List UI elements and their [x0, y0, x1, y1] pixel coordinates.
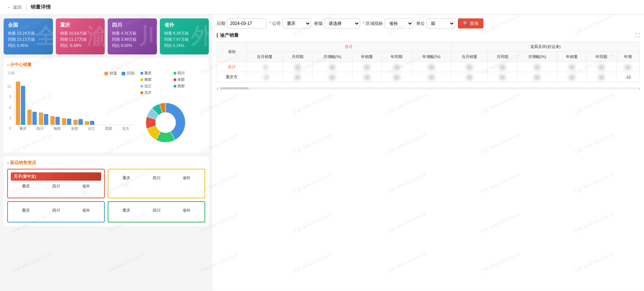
bar-group-南部: [39, 113, 48, 125]
th-lf-year-growth: 年增: [616, 52, 639, 62]
product-card-4: 重庆 ... 四川 ... 省外 ...: [108, 201, 205, 222]
unit-select[interactable]: 箱: [426, 18, 455, 28]
date-input[interactable]: [227, 18, 266, 28]
td-total-name: 合计: [217, 62, 247, 72]
cigarette-label: 卷烟: [314, 21, 323, 27]
card-shengwai: 省外 销量 8.39万箱 同期 7.97万箱 同比 5.24% 外: [160, 18, 209, 54]
bar-group-北方: [85, 121, 94, 125]
back-label: 返回: [13, 4, 22, 10]
filter-date: 日期: [217, 18, 266, 28]
card-chongqing-watermark: 渝: [87, 22, 105, 51]
chart-area: 万箱 销量 同期: [7, 71, 205, 149]
td-cq-yg: ██: [411, 72, 451, 82]
td-cq-lf-ys: ██: [557, 72, 586, 82]
bar-group-四川: [27, 110, 37, 125]
bar-tongqi-北方: [90, 121, 94, 125]
bars-wrapper: 重庆四川南部东部沿江西部北方: [14, 78, 135, 131]
td-total-lf-mp: ██: [487, 62, 517, 72]
bar-tongqi-重庆: [21, 86, 25, 125]
td-cq-mp: ██: [283, 72, 312, 82]
card-sichuan-watermark: 川: [139, 22, 157, 51]
company-select[interactable]: 重庆: [282, 18, 311, 28]
bar-tongqi-南部: [44, 114, 48, 125]
th-lf-month-growth: 月增幅(%): [517, 52, 557, 62]
product-col-shengwai: 省外 336...: [71, 184, 101, 195]
product-card4-col-chongqing: 重庆 ...: [111, 208, 141, 219]
cigarette-select[interactable]: 请选择: [324, 18, 360, 28]
table-scroll-container: 省份 合计 龙凤呈祥(好运来) 当月销量 月同期 月增幅(%) 年销量 年同期 …: [217, 41, 640, 82]
donut-legend-北方: 北方: [140, 90, 172, 95]
expand-icon[interactable]: ⛶: [635, 33, 640, 38]
bar-tongqi-西部: [78, 119, 83, 125]
back-button[interactable]: ← 返回: [6, 4, 22, 10]
legend-sales-label: 销量: [109, 71, 117, 76]
summary-cards: 全国 销量 23.24万箱 同期 23.13万箱 同比 0.45% 全 重庆 销…: [4, 18, 209, 54]
td-total-ys: ██: [352, 62, 382, 72]
product-card-2: 重庆 箱 四川 ... 省外 ...: [108, 169, 205, 198]
bar-group-东部: [50, 116, 60, 125]
bar-sales-南部: [39, 113, 43, 125]
bar-x-label-北方: 北方: [118, 126, 133, 131]
td-total-yg: ██: [411, 62, 451, 72]
bar-x-label-四川: 四川: [33, 126, 48, 131]
bar-group-重庆: [16, 81, 25, 125]
td-total-lf-yg: ██: [616, 62, 639, 72]
th-lf-year-period: 年同期: [587, 52, 616, 62]
bar-x-label-重庆: 重庆: [15, 126, 31, 131]
donut-legend-重庆: 重庆: [140, 71, 172, 76]
td-cq-lf-ms: ██: [451, 72, 488, 82]
new-products-grid: 天子(黄中支) 重庆 6... 四川 ... 省外 336...: [7, 169, 205, 222]
scroll-right-icon[interactable]: ›: [638, 85, 640, 92]
td-total-mg: ██: [312, 62, 352, 72]
table-header-bar: 渝产销量 ⛶: [217, 32, 640, 39]
data-table: 省份 合计 龙凤呈祥(好运来) 当月销量 月同期 月增幅(%) 年销量 年同期 …: [217, 41, 640, 82]
bar-sales-北方: [85, 121, 89, 125]
product-card3-col-sichuan: 四川 ...: [41, 208, 71, 219]
table-title: 渝产销量: [220, 32, 239, 39]
product-card-2-cols: 重庆 箱 四川 ... 省外 ...: [111, 175, 202, 188]
product-card3-col-shengwai: 省外 ...: [71, 208, 101, 219]
scroll-left-icon[interactable]: ‹: [217, 85, 219, 92]
product-card2-col-shengwai: 省外 ...: [171, 175, 202, 188]
bar-group-沿江: [62, 118, 71, 125]
td-total-lf-mg: ██: [517, 62, 557, 72]
donut-section: 重庆四川南部东部沿江西部北方: [140, 71, 205, 149]
table-header-row-2: 当月销量 月同期 月增幅(%) 年销量 年同期 年增幅(%) 当月销量 月同期 …: [217, 52, 640, 62]
table-row-chongqing: 重庆市 18█ ██ ██ ██ ██ ██ ██ ██ ██ ██ ██ -1…: [217, 72, 640, 82]
td-total-mp: ██: [283, 62, 312, 72]
new-products-title: ▪新品销售情况: [7, 160, 205, 166]
query-button[interactable]: 🔍 查询: [458, 18, 483, 28]
card-chongqing: 重庆 销量 10.54万箱 同期 11.17万箱 同比 -5.68% 渝: [56, 18, 105, 54]
region-select[interactable]: 省份: [384, 18, 413, 28]
product-card2-col-chongqing: 重庆 箱: [111, 175, 141, 188]
right-panel: 日期 * 公司 重庆 卷烟 请选择 * 区域指标 省份: [212, 15, 644, 291]
th-lf-month-sales: 当月销量: [451, 52, 488, 62]
product-card4-col-sichuan: 四川 ...: [141, 208, 172, 219]
bar-chart-section: ▪分中心销量 万箱 销量 同期: [4, 58, 209, 153]
legend-sales: 销量: [104, 71, 117, 76]
bar-chart: 万箱 销量 同期: [7, 71, 135, 149]
bar-tongqi-东部: [55, 117, 60, 125]
filter-cigarette: 卷烟 请选择: [314, 18, 360, 28]
td-cq-lf-yg: -10: [616, 72, 639, 82]
bars-container: [14, 78, 135, 125]
product-card3-col-chongqing: 重庆 ...: [11, 208, 41, 219]
td-cq-name: 重庆市: [217, 72, 247, 82]
scroll-track: [220, 87, 636, 89]
product-col-sichuan: 四川 ...: [41, 184, 71, 195]
table-row-total: 合计 1█ ██ ██ ██ ██ ██ ██ ██ ██ ██ ██ ██: [217, 62, 640, 72]
product-card2-col-sichuan: 四川 ...: [141, 175, 172, 188]
bar-x-label-沿江: 沿江: [84, 126, 99, 131]
th-year-sales: 年销量: [352, 52, 382, 62]
bar-tongqi-沿江: [67, 119, 71, 125]
bar-chart-title: ▪分中心销量: [7, 62, 205, 68]
table-scroll-bar: ‹ ›: [217, 85, 640, 92]
bar-x-label-东部: 东部: [67, 126, 82, 131]
donut-chart-svg: [140, 97, 191, 148]
back-arrow-icon: ←: [7, 5, 12, 10]
td-cq-ys: ██: [352, 72, 382, 82]
x-labels: 重庆四川南部东部沿江西部北方: [14, 125, 135, 131]
product-card-3: 重庆 ... 四川 ... 省外 ...: [7, 201, 105, 222]
card-quanguo: 全国 销量 23.24万箱 同期 23.13万箱 同比 0.45% 全: [4, 18, 53, 54]
bar-sales-东部: [50, 116, 55, 125]
